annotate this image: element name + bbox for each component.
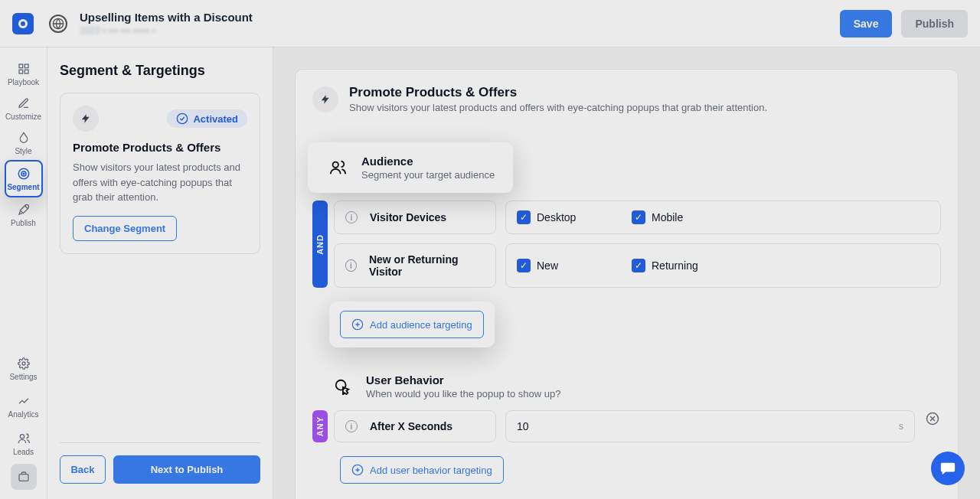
nav-segment[interactable]: Segment xyxy=(5,160,43,197)
nav-publish-label: Publish xyxy=(11,219,36,227)
bolt-icon xyxy=(73,106,99,132)
droplet-icon xyxy=(16,130,31,145)
nav-leads-label: Leads xyxy=(13,448,34,456)
promote-sub: Show visitors your latest products and o… xyxy=(349,102,767,113)
left-panel-heading: Segment & Targetings xyxy=(60,63,260,79)
analytics-icon xyxy=(16,393,31,409)
promote-title: Promote Products & Offers xyxy=(349,85,767,100)
nav-playbook[interactable]: Playbook xyxy=(5,57,43,91)
plus-circle-icon xyxy=(351,464,364,476)
pencil-icon xyxy=(16,96,31,111)
rule-label: i Visitor Devices xyxy=(334,201,496,234)
target-icon xyxy=(16,166,31,181)
audience-section-header: Audience Segment your target audience xyxy=(308,142,513,193)
svg-point-11 xyxy=(20,435,24,439)
nav-settings-label: Settings xyxy=(9,373,37,381)
nav-style[interactable]: Style xyxy=(5,126,43,160)
nav-segment-label: Segment xyxy=(7,183,39,191)
rule-label: i After X Seconds xyxy=(334,410,496,442)
chat-widget-button[interactable] xyxy=(931,452,965,485)
app-logo[interactable] xyxy=(12,13,34,34)
checkbox-mobile[interactable]: ✓Mobile xyxy=(632,210,716,224)
activated-badge: Activated xyxy=(167,109,247,128)
nav-customize[interactable]: Customize xyxy=(5,91,43,126)
save-button[interactable]: Save xyxy=(840,10,893,38)
top-bar: Upselling Items with a Discount 2023 ▪ ▪… xyxy=(0,0,980,47)
audience-icon xyxy=(325,155,351,181)
add-behavior-targeting-button[interactable]: Add user behavior targeting xyxy=(340,456,504,484)
next-to-publish-button[interactable]: Next to Publish xyxy=(113,455,260,484)
behavior-sub: When would you like the popup to show up… xyxy=(366,388,560,400)
behavior-title: User Behavior xyxy=(366,373,560,386)
and-rail: AND xyxy=(312,201,328,288)
nav-customize-label: Customize xyxy=(5,113,41,121)
back-button[interactable]: Back xyxy=(60,455,106,484)
svg-rect-12 xyxy=(19,475,28,481)
remove-rule-button[interactable] xyxy=(924,410,941,427)
svg-point-1 xyxy=(21,21,25,26)
behavior-section-header: User Behavior When would you like the po… xyxy=(312,373,941,410)
add-behavior-targeting-wrap: Add user behavior targeting xyxy=(296,456,958,499)
seconds-input[interactable]: 10 s xyxy=(505,410,915,442)
globe-icon[interactable] xyxy=(49,15,67,33)
cursor-click-icon xyxy=(329,373,355,400)
main-card: Promote Products & Offers Show visitors … xyxy=(295,69,959,499)
promote-header: Promote Products & Offers Show visitors … xyxy=(296,70,958,129)
rule-row-new-returning: i New or Returning Visitor ✓New ✓Returni… xyxy=(334,243,941,288)
svg-rect-5 xyxy=(19,70,23,73)
rule-label: i New or Returning Visitor xyxy=(334,243,496,288)
nav-publish[interactable]: Publish xyxy=(5,197,43,232)
nav-analytics-label: Analytics xyxy=(8,410,38,419)
page-title: Upselling Items with a Discount xyxy=(80,11,253,24)
audience-sub: Segment your target audience xyxy=(361,169,495,181)
svg-point-9 xyxy=(23,173,24,174)
svg-point-10 xyxy=(22,362,25,365)
nav-settings[interactable]: Settings xyxy=(5,351,43,386)
checkbox-returning[interactable]: ✓Returning xyxy=(632,259,716,272)
gear-icon xyxy=(16,356,31,371)
any-rail: ANY xyxy=(312,410,328,442)
rule-options: ✓New ✓Returning xyxy=(505,243,941,288)
checkbox-desktop[interactable]: ✓Desktop xyxy=(517,210,601,224)
rule-row-visitor-devices: i Visitor Devices ✓Desktop ✓Mobile xyxy=(334,201,941,234)
people-icon xyxy=(16,431,31,446)
rule-row-after-seconds: i After X Seconds 10 s xyxy=(334,410,941,442)
add-audience-targeting-button[interactable]: Add audience targeting xyxy=(340,311,484,338)
nav-style-label: Style xyxy=(15,147,31,155)
svg-point-14 xyxy=(333,162,338,168)
nav-leads[interactable]: Leads xyxy=(5,426,43,461)
checkbox-new[interactable]: ✓New xyxy=(517,259,601,272)
info-icon[interactable]: i xyxy=(345,420,358,432)
nav-playbook-label: Playbook xyxy=(8,78,39,86)
nav-analytics[interactable]: Analytics xyxy=(5,389,43,423)
page-subtitle: 2023 ▪ ▪▪▪ ▪▪▪ ▪▪▪▪▪ ▪ xyxy=(80,25,253,36)
left-panel: Segment & Targetings Activated Promote P… xyxy=(47,47,273,499)
briefcase-icon[interactable] xyxy=(11,464,37,490)
svg-rect-6 xyxy=(24,70,28,73)
svg-rect-3 xyxy=(19,64,23,68)
change-segment-button[interactable]: Change Segment xyxy=(73,216,177,241)
bolt-icon xyxy=(312,86,338,113)
info-icon[interactable]: i xyxy=(345,211,358,223)
segment-card: Activated Promote Products & Offers Show… xyxy=(60,93,260,254)
plus-circle-icon xyxy=(351,318,364,331)
main-content: Promote Products & Offers Show visitors … xyxy=(273,47,980,499)
check-circle-icon xyxy=(176,113,188,125)
segment-card-desc: Show visitors your latest products and o… xyxy=(73,160,247,205)
audience-title: Audience xyxy=(361,155,495,168)
publish-button[interactable]: Publish xyxy=(901,10,968,38)
add-audience-targeting-wrap: Add audience targeting xyxy=(329,302,495,347)
segment-card-title: Promote Products & Offers xyxy=(73,141,247,154)
svg-rect-4 xyxy=(24,64,28,68)
left-nav: Playbook Customize Style Segment Publish… xyxy=(0,47,47,499)
rule-options: ✓Desktop ✓Mobile xyxy=(505,201,941,234)
svg-point-13 xyxy=(178,113,188,123)
svg-point-16 xyxy=(336,380,346,390)
activated-label: Activated xyxy=(193,113,238,125)
rocket-icon xyxy=(16,202,31,217)
info-icon[interactable]: i xyxy=(345,259,357,272)
grid-icon xyxy=(16,61,31,77)
